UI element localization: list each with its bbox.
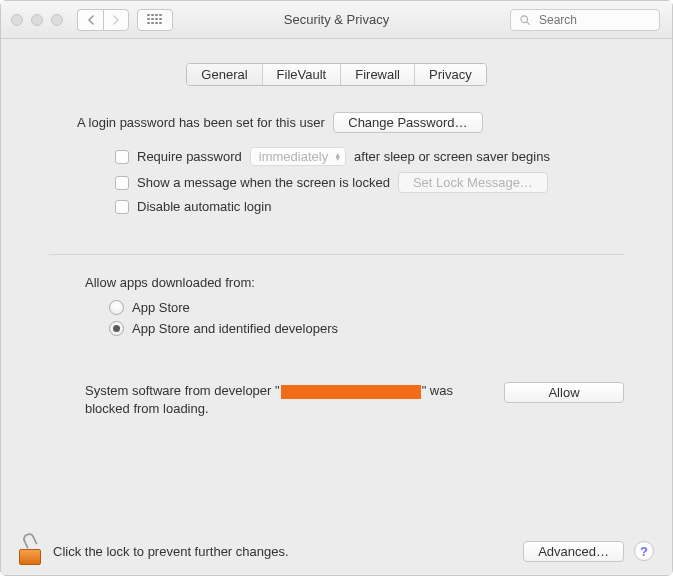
titlebar: Security & Privacy [1,1,672,39]
advanced-button[interactable]: Advanced… [523,541,624,562]
tab-firewall[interactable]: Firewall [341,64,415,85]
gatekeeper-appstore-label: App Store [132,300,190,315]
change-password-button[interactable]: Change Password… [333,112,483,133]
gatekeeper-identified-row: App Store and identified developers [109,321,672,336]
search-icon [519,14,531,26]
require-password-checkbox[interactable] [115,150,129,164]
chevron-right-icon [112,15,120,25]
close-icon[interactable] [11,14,23,26]
login-password-row: A login password has been set for this u… [77,112,624,133]
window-controls [1,14,63,26]
require-password-label: Require password [137,149,242,164]
show-message-row: Show a message when the screen is locked… [115,172,624,193]
disable-auto-login-label: Disable automatic login [137,199,271,214]
grid-icon [147,14,163,26]
tab-bar: General FileVault Firewall Privacy [186,63,486,86]
require-password-after-text: after sleep or screen saver begins [354,149,550,164]
show-message-label: Show a message when the screen is locked [137,175,390,190]
gatekeeper-heading: Allow apps downloaded from: [85,275,672,290]
footer: Click the lock to prevent further change… [1,527,672,575]
preferences-window: Security & Privacy General FileVault Fir… [0,0,673,576]
zoom-icon[interactable] [51,14,63,26]
search-input[interactable] [537,12,637,28]
disable-auto-login-row: Disable automatic login [115,199,624,214]
gatekeeper-appstore-radio[interactable] [109,300,124,315]
chevron-left-icon [87,15,95,25]
blocked-software-message: System software from developer "" was bl… [85,382,464,418]
back-button[interactable] [77,9,103,31]
allow-button[interactable]: Allow [504,382,624,403]
lock-text: Click the lock to prevent further change… [53,544,289,559]
disable-auto-login-checkbox[interactable] [115,200,129,214]
lock-icon[interactable] [19,537,41,565]
divider [49,254,624,255]
general-pane: A login password has been set for this u… [1,86,672,214]
minimize-icon[interactable] [31,14,43,26]
gatekeeper-identified-label: App Store and identified developers [132,321,338,336]
tab-privacy[interactable]: Privacy [415,64,486,85]
tab-filevault[interactable]: FileVault [263,64,342,85]
nav-buttons [77,9,129,31]
blocked-prefix: System software from developer " [85,383,280,398]
set-lock-message-button: Set Lock Message… [398,172,548,193]
forward-button[interactable] [103,9,129,31]
blocked-software-row: System software from developer "" was bl… [85,382,624,418]
require-password-row: Require password immediately ▲▼ after sl… [115,147,624,166]
help-button[interactable]: ? [634,541,654,561]
login-password-text: A login password has been set for this u… [77,115,325,130]
gatekeeper-identified-radio[interactable] [109,321,124,336]
svg-line-1 [527,22,530,25]
require-password-delay-value: immediately [259,149,328,164]
updown-icon: ▲▼ [334,153,341,161]
show-message-checkbox[interactable] [115,176,129,190]
redacted-developer-name [281,385,421,399]
content: General FileVault Firewall Privacy A log… [1,39,672,575]
show-all-button[interactable] [137,9,173,31]
tab-general[interactable]: General [187,64,262,85]
require-password-delay-select[interactable]: immediately ▲▼ [250,147,346,166]
gatekeeper-appstore-row: App Store [109,300,672,315]
search-field[interactable] [510,9,660,31]
